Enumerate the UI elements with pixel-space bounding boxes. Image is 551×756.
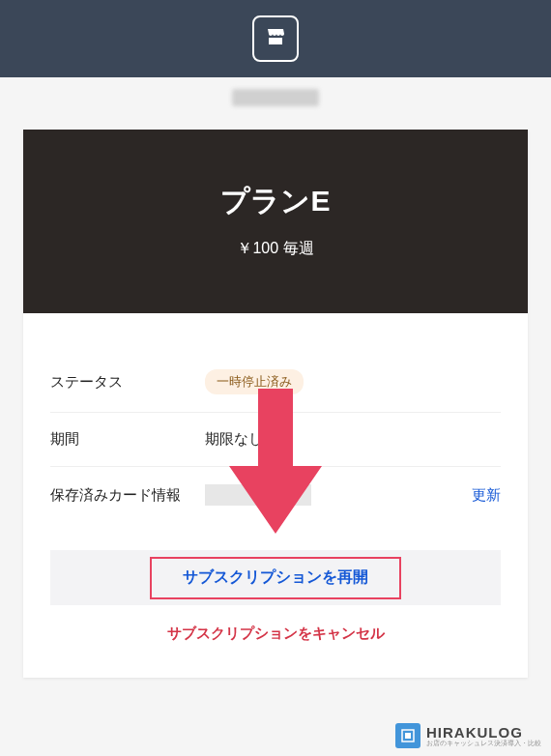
status-label: ステータス — [50, 373, 205, 392]
status-badge: 一時停止済み — [205, 369, 304, 394]
resume-button-label: サブスクリプションを再開 — [183, 568, 368, 585]
store-icon — [264, 25, 287, 52]
saved-card-value — [205, 484, 472, 506]
redacted-text — [232, 89, 319, 106]
period-label: 期間 — [50, 430, 205, 449]
update-card-link[interactable]: 更新 — [472, 486, 501, 505]
status-row: ステータス 一時停止済み — [50, 352, 501, 413]
plan-price: ￥100 毎週 — [43, 239, 508, 259]
watermark-logo-icon — [395, 723, 420, 748]
card-info-masked — [205, 484, 311, 506]
topbar — [0, 0, 551, 77]
period-row: 期間 期限なし — [50, 413, 501, 467]
cancel-subscription-button[interactable]: サブスクリプションをキャンセル — [50, 605, 501, 651]
store-icon-button[interactable] — [252, 15, 299, 62]
saved-card-label: 保存済みカード情報 — [50, 486, 205, 505]
subscription-card: プランE ￥100 毎週 ステータス 一時停止済み 期間 期限なし 保存済みカー… — [23, 130, 528, 678]
watermark: HIRAKULOG お店のキャッシュレス決済導入・比較 — [395, 723, 541, 748]
resume-subscription-button[interactable]: サブスクリプションを再開 — [50, 550, 501, 605]
plan-name: プランE — [43, 182, 508, 221]
saved-card-row: 保存済みカード情報 更新 — [50, 467, 501, 523]
card-header: プランE ￥100 毎週 — [23, 130, 528, 313]
watermark-subtitle: お店のキャッシュレス決済導入・比較 — [426, 740, 541, 746]
watermark-text: HIRAKULOG お店のキャッシュレス決済導入・比較 — [426, 725, 541, 746]
card-body: ステータス 一時停止済み 期間 期限なし 保存済みカード情報 更新 サブスクリプ… — [23, 313, 528, 678]
svg-rect-1 — [405, 733, 411, 739]
status-value: 一時停止済み — [205, 369, 501, 394]
period-value: 期限なし — [205, 430, 501, 449]
watermark-title: HIRAKULOG — [426, 725, 541, 740]
